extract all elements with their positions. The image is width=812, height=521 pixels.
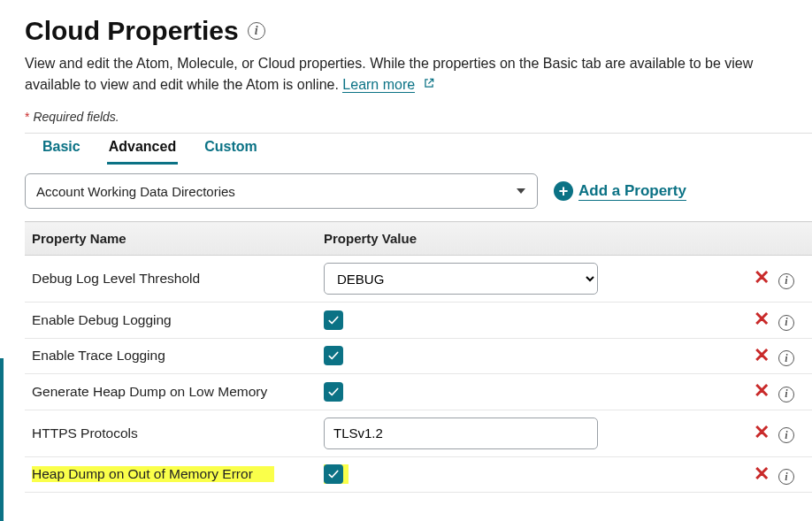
- col-actions: [635, 222, 812, 256]
- external-link-icon: [423, 77, 435, 89]
- checkbox[interactable]: [324, 310, 343, 330]
- info-icon[interactable]: i: [778, 273, 794, 289]
- property-value: [317, 338, 635, 374]
- delete-icon[interactable]: ✕: [754, 268, 770, 287]
- property-filter-select[interactable]: Account Working Data Directories: [25, 173, 538, 209]
- property-name: Enable Debug Logging: [25, 303, 317, 339]
- info-icon[interactable]: i: [778, 350, 794, 366]
- table-row: Generate Heap Dump on Low Memory✕i: [25, 374, 812, 410]
- tab-custom[interactable]: Custom: [203, 134, 259, 165]
- properties-table: Property Name Property Value Debug Log L…: [25, 221, 812, 493]
- tab-bar: Basic Advanced Custom: [25, 133, 812, 165]
- required-fields-hint: *Required fields.: [25, 110, 812, 124]
- left-accent-bar: [0, 358, 4, 493]
- info-icon[interactable]: i: [778, 315, 794, 331]
- tab-advanced[interactable]: Advanced: [107, 134, 178, 165]
- highlight-span: [324, 464, 349, 484]
- checkbox[interactable]: [324, 382, 343, 402]
- table-row: Enable Trace Logging✕i: [25, 338, 812, 374]
- property-name: Enable Trace Logging: [25, 338, 317, 374]
- info-icon[interactable]: i: [248, 22, 265, 40]
- property-name: HTTPS Protocols: [25, 410, 317, 456]
- add-property-label: Add a Property: [578, 182, 686, 201]
- col-property-value: Property Value: [317, 222, 635, 256]
- delete-icon[interactable]: ✕: [754, 423, 770, 442]
- row-actions: ✕i: [635, 410, 812, 456]
- property-value: [317, 303, 635, 339]
- property-value: [317, 374, 635, 410]
- row-actions: ✕i: [635, 256, 812, 303]
- row-actions: ✕i: [635, 338, 812, 374]
- table-row: Enable Debug Logging✕i: [25, 303, 812, 339]
- plus-circle-icon: +: [554, 181, 573, 201]
- delete-icon[interactable]: ✕: [754, 346, 770, 365]
- property-name: Debug Log Level Threshold: [25, 256, 317, 303]
- page-title: Cloud Properties i: [25, 16, 812, 46]
- property-filter-wrap: Account Working Data Directories: [25, 173, 538, 209]
- add-property-button[interactable]: + Add a Property: [554, 181, 686, 201]
- checkbox[interactable]: [324, 346, 343, 365]
- delete-icon[interactable]: ✕: [754, 310, 770, 329]
- property-name: Generate Heap Dump on Low Memory: [25, 374, 317, 410]
- page-title-text: Cloud Properties: [25, 16, 239, 46]
- value-input[interactable]: [324, 418, 598, 449]
- table-row: Heap Dump on Out of Memory Error✕i: [25, 456, 812, 493]
- toolbar: Account Working Data Directories + Add a…: [25, 173, 812, 209]
- tab-basic[interactable]: Basic: [41, 134, 82, 165]
- property-value: DEBUG: [317, 256, 635, 303]
- info-icon[interactable]: i: [778, 387, 794, 402]
- property-value: [317, 410, 635, 456]
- row-actions: ✕i: [635, 456, 812, 493]
- col-property-name: Property Name: [25, 222, 317, 256]
- learn-more-link[interactable]: Learn more: [342, 77, 415, 93]
- info-icon[interactable]: i: [778, 469, 794, 485]
- info-icon[interactable]: i: [778, 427, 794, 443]
- property-name: Heap Dump on Out of Memory Error: [25, 456, 317, 493]
- property-value: [317, 456, 635, 493]
- desc-line2: available to view and edit while the Ato…: [25, 77, 342, 92]
- page-description: View and edit the Atom, Molecule, or Clo…: [25, 53, 812, 96]
- table-row: HTTPS Protocols✕i: [25, 410, 812, 456]
- value-select[interactable]: DEBUG: [324, 263, 598, 295]
- required-asterisk: *: [25, 110, 29, 124]
- checkbox[interactable]: [324, 464, 343, 484]
- delete-icon[interactable]: ✕: [754, 464, 770, 484]
- row-actions: ✕i: [635, 374, 812, 410]
- desc-line1: View and edit the Atom, Molecule, or Clo…: [25, 56, 753, 71]
- row-actions: ✕i: [635, 303, 812, 339]
- highlight-span: Heap Dump on Out of Memory Error: [32, 466, 274, 482]
- table-row: Debug Log Level ThresholdDEBUG✕i: [25, 256, 812, 303]
- delete-icon[interactable]: ✕: [754, 381, 770, 401]
